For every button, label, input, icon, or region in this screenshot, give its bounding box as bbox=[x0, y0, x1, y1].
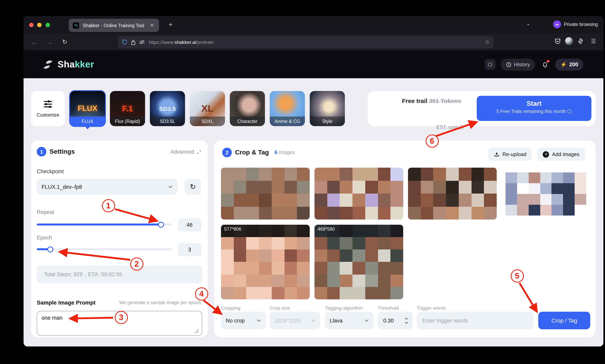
struck-tokens: 351 Tokens bbox=[429, 97, 461, 104]
reload-button[interactable]: ↻ bbox=[59, 37, 70, 47]
back-button[interactable]: ← bbox=[29, 37, 40, 47]
checkpoint-select[interactable]: FLUX.1_dev–fp8 bbox=[37, 179, 178, 195]
add-images-label: Add images bbox=[552, 151, 579, 157]
training-image[interactable]: 469*580 bbox=[315, 225, 403, 299]
crop-size-label: Crop size bbox=[270, 305, 290, 311]
menu-hamburger-icon[interactable]: ☰ bbox=[588, 36, 599, 46]
tagging-algo-select[interactable]: Llava bbox=[325, 312, 374, 329]
tab-close-icon[interactable]: ✕ bbox=[149, 22, 155, 29]
sample-prompt-textarea[interactable]: one man bbox=[37, 311, 202, 336]
lightning-icon: ⚡ bbox=[560, 62, 567, 67]
expand-icon bbox=[197, 149, 201, 154]
tracking-shield-icon[interactable] bbox=[122, 39, 127, 45]
screen: Shakker - Online Training Tool ✕ + ⌄ ∞ P… bbox=[0, 0, 605, 364]
cropping-select[interactable]: No crop bbox=[221, 312, 266, 329]
private-browsing-badge: ∞ Private browsing bbox=[553, 20, 598, 28]
model-label: SD3.5L bbox=[150, 117, 185, 126]
tagging-algo-label: Tagging algorithm bbox=[325, 305, 363, 311]
site-favicon-icon bbox=[73, 22, 79, 28]
refresh-checkpoints-button[interactable]: ↻ bbox=[185, 179, 201, 195]
notifications-bell-button[interactable] bbox=[540, 60, 550, 69]
repeat-label: Repeat bbox=[37, 209, 54, 215]
new-tab-button[interactable]: + bbox=[165, 20, 176, 30]
settings-title: Settings bbox=[50, 148, 75, 155]
model-label: Style bbox=[310, 117, 345, 126]
workspace-icon-button[interactable]: ⬡ bbox=[485, 59, 495, 70]
training-image[interactable] bbox=[501, 168, 590, 220]
token-balance-badge[interactable]: ⚡ 200 bbox=[555, 58, 583, 70]
crop-size-select: 1024*1024 bbox=[270, 312, 320, 329]
plus-icon: + bbox=[543, 151, 549, 157]
epoch-slider-handle[interactable] bbox=[47, 246, 53, 252]
pocket-icon[interactable] bbox=[554, 38, 561, 44]
training-image[interactable] bbox=[408, 168, 497, 220]
crop-tag-button[interactable]: Crop / Tag bbox=[538, 312, 590, 329]
epoch-value[interactable]: 3 bbox=[178, 243, 201, 256]
trigger-words-input[interactable] bbox=[417, 312, 534, 329]
browser-tab[interactable]: Shakker - Online Training Tool ✕ bbox=[69, 19, 159, 32]
checkpoint-value: FLUX.1_dev–fp8 bbox=[41, 184, 82, 190]
shakker-logo-icon bbox=[42, 59, 54, 70]
training-image[interactable] bbox=[315, 168, 403, 220]
advanced-label: Advanced bbox=[170, 149, 194, 155]
crop-tag-panel: 2 Crop & Tag 6 images Re-upload + Add bbox=[214, 141, 595, 337]
cropping-label: Cropping bbox=[221, 305, 240, 311]
repeat-slider-handle[interactable] bbox=[158, 221, 164, 228]
crop-tag-title: Crop & Tag bbox=[235, 149, 269, 156]
step-1-badge: 1 bbox=[37, 147, 46, 156]
epoch-slider[interactable] bbox=[37, 248, 172, 250]
step-down-icon[interactable] bbox=[404, 322, 408, 324]
customize-card[interactable]: Customize bbox=[31, 91, 65, 126]
model-label: Character bbox=[230, 117, 265, 126]
textarea-resize-grip[interactable] bbox=[194, 328, 199, 333]
lock-icon[interactable] bbox=[131, 39, 136, 45]
model-card-character[interactable]: Character bbox=[230, 91, 265, 126]
repeat-value[interactable]: 46 bbox=[178, 218, 201, 232]
maximize-window-button[interactable] bbox=[45, 23, 50, 27]
start-sub-label: 5 Free Trials remaining this month ⓘ bbox=[477, 109, 591, 115]
training-image[interactable]: 577*806 bbox=[221, 225, 310, 299]
close-window-button[interactable] bbox=[29, 23, 33, 27]
notification-dot bbox=[547, 60, 550, 63]
model-card-anime-cg[interactable]: Anime & CG bbox=[270, 91, 305, 126]
reupload-label: Re-upload bbox=[503, 151, 526, 157]
permissions-icon[interactable] bbox=[139, 39, 145, 45]
advanced-button[interactable]: Advanced bbox=[170, 149, 201, 155]
add-images-button[interactable]: + Add images bbox=[537, 148, 585, 161]
model-card-style[interactable]: Style bbox=[310, 91, 345, 126]
history-button[interactable]: History bbox=[501, 58, 535, 70]
minimize-window-button[interactable] bbox=[37, 23, 41, 27]
start-button[interactable]: Start 5 Free Trials remaining this month… bbox=[477, 96, 591, 121]
url-bar[interactable]: https://www.shakker.ai/pretrain ☆ bbox=[118, 36, 494, 48]
history-label: History bbox=[514, 62, 530, 67]
extensions-puzzle-icon[interactable] bbox=[577, 38, 584, 45]
model-card-sd35l[interactable]: SD3.5 SD3.5L bbox=[150, 91, 185, 126]
sample-prompt-note: We generate a sample image per epoch. bbox=[119, 300, 202, 305]
shakker-logo[interactable]: Shakker bbox=[42, 59, 94, 70]
history-clock-icon bbox=[506, 62, 511, 67]
model-label: FLUX bbox=[70, 117, 105, 126]
model-card-flux-rapid[interactable]: F.1 Flux (Rapid) bbox=[110, 91, 145, 126]
training-image[interactable] bbox=[221, 168, 310, 220]
step-up-icon[interactable] bbox=[404, 317, 408, 320]
image-size-label: 469*580 bbox=[318, 227, 335, 232]
selected-model-pointer bbox=[85, 126, 90, 129]
threshold-stepper[interactable]: 0.30 bbox=[378, 312, 413, 329]
reupload-button[interactable]: Re-upload bbox=[489, 148, 532, 161]
url-text[interactable]: https://www.shakker.ai/pretrain bbox=[149, 39, 214, 45]
forward-button[interactable]: → bbox=[44, 37, 55, 47]
chevron-down-icon bbox=[257, 319, 261, 322]
image-count: 6 images bbox=[275, 150, 295, 155]
bookmark-star-icon[interactable]: ☆ bbox=[485, 39, 490, 45]
profile-avatar[interactable] bbox=[565, 37, 573, 45]
list-tabs-chevron-icon[interactable]: ⌄ bbox=[526, 21, 530, 26]
private-browsing-label: Private browsing bbox=[564, 22, 598, 27]
repeat-slider[interactable] bbox=[37, 223, 172, 225]
navbar-right-icons: ☰ bbox=[554, 36, 599, 46]
model-card-flux[interactable]: FLUX FLUX bbox=[70, 91, 105, 126]
token-count: 200 bbox=[569, 62, 578, 67]
model-label: Flux (Rapid) bbox=[110, 117, 145, 126]
site-header: Shakker ⬡ History bbox=[24, 51, 603, 78]
step-2-badge: 2 bbox=[222, 148, 232, 157]
model-card-sdxl[interactable]: XL SDXL bbox=[190, 91, 225, 126]
